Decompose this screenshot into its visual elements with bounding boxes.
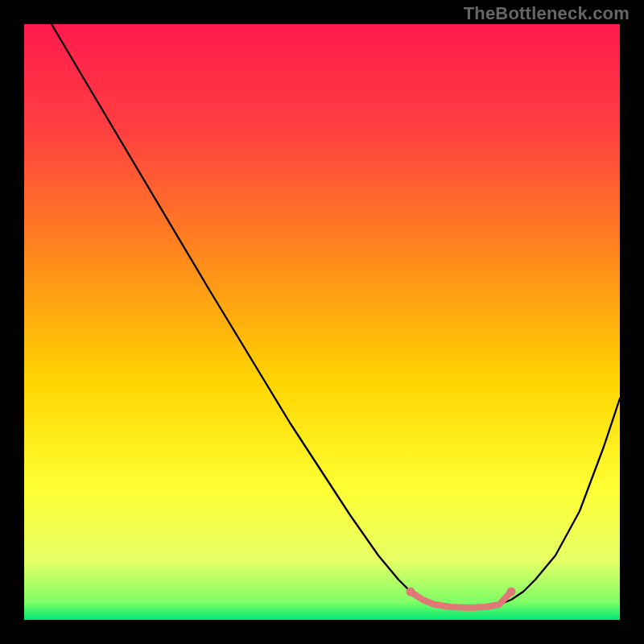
highlight-dot-right [507,588,516,597]
highlight-dot-left [407,588,415,597]
chart-frame: { "watermark": "TheBottleneck.com", "cha… [0,0,644,644]
chart-svg [0,0,644,644]
plot-background [24,24,620,620]
